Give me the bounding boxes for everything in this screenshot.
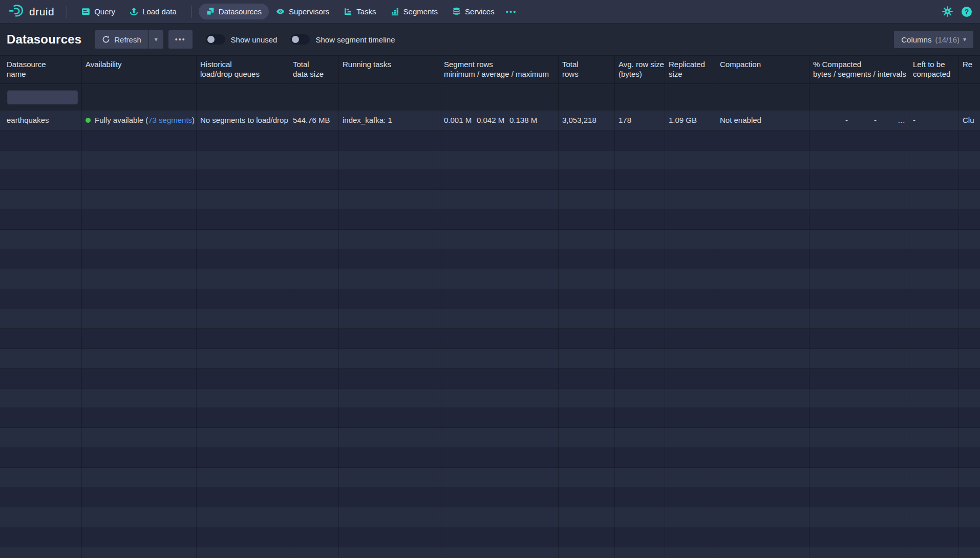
nav-more-button[interactable]: ••• (502, 4, 521, 19)
ellipsis-icon: ••• (175, 36, 186, 43)
empty-row (0, 349, 980, 369)
nav-item-segments[interactable]: Segments (384, 4, 445, 19)
cell-replicated-size: 1.09 GB (665, 111, 716, 130)
empty-row (0, 329, 980, 349)
refresh-button[interactable]: Refresh (95, 30, 148, 49)
toggle-label: Show segment timeline (315, 35, 395, 44)
empty-row (0, 487, 980, 507)
col-header-datasource-name[interactable]: Datasourcename (0, 56, 82, 83)
nav-label: Query (94, 7, 115, 16)
upload-icon (130, 7, 138, 16)
empty-row (0, 131, 980, 151)
columns-count: (14/16) (935, 35, 960, 44)
table-filter-row (0, 83, 980, 111)
toggle-switch[interactable] (206, 34, 225, 45)
nav-item-services[interactable]: Services (445, 4, 502, 19)
cell-left-to-be-compacted: - (909, 111, 959, 130)
cell-total-rows: 3,053,218 (559, 111, 615, 130)
toggle-switch[interactable] (290, 34, 310, 45)
toggle-knob (292, 36, 299, 43)
refresh-label: Refresh (114, 35, 141, 44)
nav-item-query[interactable]: Query (74, 4, 122, 19)
columns-dropdown-button[interactable]: Columns (14/16) ▾ (894, 31, 973, 48)
cell-datasource-name[interactable]: earthquakes (0, 111, 82, 130)
empty-row (0, 210, 980, 230)
columns-label: Columns (901, 35, 931, 44)
nav-item-tasks[interactable]: Tasks (336, 4, 383, 19)
eye-icon (276, 7, 285, 16)
druid-logo-icon (8, 4, 25, 20)
cell-availability: Fully available (73 segments) (82, 111, 197, 130)
settings-gear-icon[interactable] (942, 6, 953, 17)
cell-avg-row-size: 178 (615, 111, 665, 130)
datasource-name-filter-input[interactable] (7, 90, 78, 105)
empty-row (0, 170, 980, 190)
nav-item-datasources[interactable]: Datasources (199, 4, 269, 19)
nav-item-supervisors[interactable]: Supervisors (269, 4, 336, 19)
cell-pct-compacted: --… (809, 111, 909, 130)
empty-row (0, 190, 980, 210)
nav-label: Load data (142, 7, 177, 16)
chevron-down-icon: ▾ (963, 36, 966, 42)
available-status-dot (86, 118, 91, 123)
col-header-compaction[interactable]: Compaction (716, 56, 809, 83)
empty-row (0, 289, 980, 309)
refresh-interval-dropdown[interactable]: ▾ (149, 30, 163, 49)
empty-row (0, 151, 980, 170)
empty-row (0, 269, 980, 289)
cell-retention[interactable]: Clu (959, 111, 980, 130)
datasources-toolbar: Datasources Refresh ▾ ••• Show unused Sh… (0, 24, 980, 55)
cell-segment-rows: 0.001 M0.042 M0.138 M (440, 111, 559, 130)
empty-row (0, 408, 980, 428)
database-icon (452, 7, 461, 16)
empty-row (0, 389, 980, 409)
druid-logo[interactable]: druid (8, 4, 54, 20)
col-header-avg-row-size[interactable]: Avg. row size(bytes) (615, 56, 665, 83)
datasources-table: Datasourcename Availability Historicallo… (0, 55, 980, 558)
segments-count-link[interactable]: 73 segments (148, 116, 192, 124)
nav-item-load-data[interactable]: Load data (122, 4, 184, 19)
brand-name: druid (29, 6, 54, 18)
col-header-replicated-size[interactable]: Replicatedsize (665, 56, 716, 83)
col-header-availability[interactable]: Availability (82, 56, 197, 83)
empty-row (0, 468, 980, 488)
druid-console: druid Query Load data Datasources (0, 0, 980, 558)
top-nav: druid Query Load data Datasources (0, 0, 980, 24)
col-header-load-drop-queues[interactable]: Historicalload/drop queues (197, 56, 289, 83)
nav-label: Datasources (219, 7, 262, 16)
help-icon[interactable]: ? (962, 7, 972, 17)
nav-label: Supervisors (289, 7, 329, 16)
toggle-label: Show unused (231, 35, 278, 44)
nav-label: Tasks (356, 7, 376, 16)
col-header-running-tasks[interactable]: Running tasks (339, 56, 440, 83)
empty-row (0, 448, 980, 468)
more-actions-button[interactable]: ••• (168, 30, 193, 49)
cell-running-tasks: index_kafka: 1 (339, 111, 440, 130)
datasources-icon (206, 7, 215, 16)
col-header-pct-compacted[interactable]: % Compactedbytes / segments / intervals (809, 56, 909, 83)
col-header-retention[interactable]: Re (959, 56, 980, 83)
show-segment-timeline-toggle[interactable]: Show segment timeline (290, 34, 395, 45)
col-header-total-rows[interactable]: Totalrows (559, 56, 615, 83)
topbar-right: ? (942, 6, 972, 17)
empty-row (0, 547, 980, 558)
empty-row (0, 369, 980, 389)
refresh-icon (102, 35, 110, 44)
empty-row (0, 507, 980, 527)
nav-label: Segments (403, 7, 438, 16)
gantt-chart-icon (344, 7, 352, 16)
datasource-row-earthquakes: earthquakes Fully available (73 segments… (0, 111, 980, 131)
col-header-segment-rows[interactable]: Segment rowsminimum / average / maximum (440, 56, 559, 83)
empty-row (0, 428, 980, 448)
refresh-button-group: Refresh ▾ (95, 30, 163, 49)
col-header-total-data-size[interactable]: Totaldata size (289, 56, 339, 83)
empty-row (0, 527, 980, 547)
col-header-left-to-be-compacted[interactable]: Left to becompacted (909, 56, 959, 83)
nav-divider (191, 6, 191, 18)
table-header-row: Datasourcename Availability Historicallo… (0, 56, 980, 83)
show-unused-toggle[interactable]: Show unused (206, 34, 278, 45)
cell-total-data-size: 544.76 MB (289, 111, 339, 130)
table-body: earthquakes Fully available (73 segments… (0, 111, 980, 558)
chevron-down-icon: ▾ (155, 36, 158, 42)
bar-chart-icon (391, 7, 399, 16)
